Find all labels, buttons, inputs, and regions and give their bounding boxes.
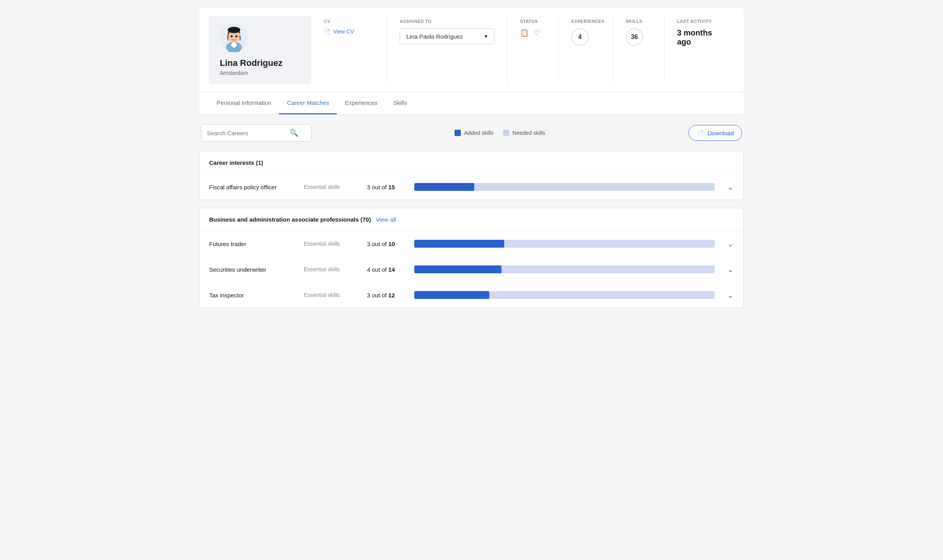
tab-personal-info[interactable]: Personal Information	[209, 92, 279, 114]
career-title: Tax inspector	[209, 292, 304, 299]
experiences-block: EXPERIENCES 4	[559, 16, 613, 84]
progress-bar	[414, 240, 715, 248]
main-content: 🔍 Added skills Needed skills 📄 Download	[199, 115, 744, 325]
last-activity-value: 3 months ago	[677, 28, 722, 47]
chevron-down-icon: ▾	[485, 33, 488, 40]
career-title: Futures trader	[209, 241, 304, 247]
skills-type-label: Essential skills	[304, 184, 367, 190]
business-rows: Futures trader Essential skills 3 out of…	[200, 231, 743, 308]
chevron-down-icon[interactable]: ⌄	[727, 290, 734, 300]
profile-header: Lina Rodriguez Amsterdam CV 📄 View CV AS…	[199, 8, 744, 92]
search-input[interactable]	[207, 130, 286, 136]
last-activity-block: LAST ACTIVITY 3 months ago	[664, 16, 734, 84]
business-section-title: Business and administration associate pr…	[209, 216, 371, 223]
table-row: Securities underwriter Essential skills …	[200, 257, 743, 282]
toolbar: 🔍 Added skills Needed skills 📄 Download	[199, 124, 744, 142]
legend-needed-label: Needed skills	[513, 130, 545, 136]
legend-needed: Needed skills	[503, 130, 545, 136]
business-section-header: Business and administration associate pr…	[200, 208, 743, 231]
last-activity-label: LAST ACTIVITY	[677, 19, 722, 24]
experiences-count: 4	[571, 28, 589, 46]
legend-added-label: Added skills	[464, 130, 494, 136]
skills-type-label: Essential skills	[304, 241, 367, 247]
profile-right-panel: CV 📄 View CV ASSIGNED TO Lina Paola Rodr…	[324, 16, 734, 84]
copy-icon[interactable]: 📋	[520, 28, 529, 37]
view-all-link[interactable]: View all	[376, 216, 396, 223]
skills-count-text: 3 out of 15	[367, 184, 414, 190]
career-title: Fiscal affairs policy officer	[209, 184, 304, 190]
svg-point-3	[228, 27, 240, 33]
progress-bar	[414, 183, 715, 191]
skills-count-text: 4 out of 14	[367, 266, 414, 273]
profile-left-panel: Lina Rodriguez Amsterdam	[209, 16, 311, 84]
experiences-label: EXPERIENCES	[571, 19, 600, 24]
legend-added: Added skills	[455, 130, 494, 136]
progress-fill	[414, 265, 501, 273]
chevron-down-icon[interactable]: ⌄	[727, 182, 734, 192]
heart-icon[interactable]: ♡	[533, 28, 540, 37]
search-icon: 🔍	[290, 129, 298, 137]
chevron-down-icon[interactable]: ⌄	[727, 265, 734, 274]
assigned-section: ASSIGNED TO Lina Paola Rodriguez ▾	[387, 16, 507, 84]
download-button[interactable]: 📄 Download	[689, 125, 742, 141]
assigned-dropdown[interactable]: Lina Paola Rodriguez ▾	[400, 28, 494, 44]
progress-bar	[414, 291, 715, 299]
career-interests-title: Career interests (1)	[209, 159, 263, 166]
table-row: Futures trader Essential skills 3 out of…	[200, 231, 743, 257]
legend: Added skills Needed skills	[455, 130, 545, 136]
progress-bar	[414, 265, 715, 273]
cv-label: CV	[324, 19, 374, 24]
svg-point-5	[236, 35, 238, 37]
career-interests-header: Career interests (1)	[200, 151, 743, 174]
career-interests-rows: Fiscal affairs policy officer Essential …	[200, 174, 743, 200]
skills-label: SKILLS	[626, 19, 651, 24]
career-interests-card: Career interests (1) Fiscal affairs poli…	[199, 151, 744, 200]
tab-career-matches[interactable]: Career Matches	[279, 92, 337, 114]
download-icon: 📄	[697, 129, 704, 136]
legend-needed-dot	[503, 130, 509, 136]
tabs-container: Personal Information Career Matches Expe…	[199, 92, 744, 115]
status-icons: 📋 ♡	[520, 28, 546, 37]
progress-fill	[414, 183, 474, 191]
tab-experiences[interactable]: Experiences	[337, 92, 385, 114]
avatar	[220, 24, 248, 53]
table-row: Fiscal affairs policy officer Essential …	[200, 174, 743, 200]
file-icon: 📄	[324, 28, 331, 35]
skills-count-text: 3 out of 10	[367, 241, 414, 247]
skills-type-label: Essential skills	[304, 292, 367, 298]
progress-fill	[414, 291, 489, 299]
search-box[interactable]: 🔍	[201, 124, 311, 142]
table-row: Tax inspector Essential skills 3 out of …	[200, 282, 743, 308]
status-block: STATUS 📋 ♡	[507, 16, 559, 84]
skills-block: SKILLS 36	[613, 16, 664, 84]
stats-section: STATUS 📋 ♡ EXPERIENCES 4 SKILLS 36	[507, 16, 734, 84]
legend-added-dot	[455, 130, 461, 136]
page-wrapper: Lina Rodriguez Amsterdam CV 📄 View CV AS…	[191, 0, 752, 333]
profile-name: Lina Rodriguez	[220, 58, 283, 68]
profile-location: Amsterdam	[220, 70, 248, 76]
skills-count-text: 3 out of 12	[367, 292, 414, 299]
business-section-card: Business and administration associate pr…	[199, 208, 744, 308]
skills-count: 36	[626, 28, 643, 46]
career-title: Securities underwriter	[209, 266, 304, 273]
tab-skills[interactable]: Skills	[385, 92, 415, 114]
download-label: Download	[707, 130, 734, 136]
assigned-person-name: Lina Paola Rodriguez	[406, 33, 463, 40]
assigned-label: ASSIGNED TO	[400, 19, 494, 24]
skills-type-label: Essential skills	[304, 266, 367, 273]
view-cv-link[interactable]: 📄 View CV	[324, 28, 374, 35]
cv-section: CV 📄 View CV	[324, 16, 387, 84]
chevron-down-icon[interactable]: ⌄	[727, 239, 734, 248]
svg-point-4	[231, 35, 233, 37]
view-cv-text: View CV	[333, 28, 354, 35]
status-label: STATUS	[520, 19, 546, 24]
progress-fill	[414, 240, 504, 248]
